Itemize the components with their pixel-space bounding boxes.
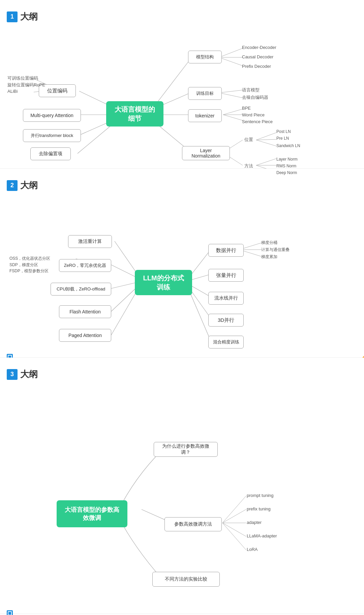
tokenizer-node: tokenizer xyxy=(188,109,222,122)
sentence-piece-node: Sentence Piece xyxy=(242,119,273,124)
post-ln-node: Post LN xyxy=(276,129,291,134)
language-model-node: 语言模型 xyxy=(242,87,260,93)
section-number-3: 3 xyxy=(7,369,18,380)
denoising-node: 去噪自编码器 xyxy=(242,94,268,101)
trainable-pe-node: 可训练位置编码 xyxy=(7,75,38,81)
section-3: 3 大纲 大语言模型的参数高效微调 为什么进行参数高效微调？ 参数 xyxy=(0,358,364,614)
mindmap-1: 大语言模型的细节 位置编码 可训练位置编码 旋转位置编码RoPE ALiBi M… xyxy=(0,25,364,180)
word-piece-node: Word Piece xyxy=(242,112,265,117)
svg-line-48 xyxy=(222,523,246,550)
svg-line-8 xyxy=(219,48,243,57)
section-title-3: 大纲 xyxy=(20,368,38,380)
alibi-node: ALiBi xyxy=(7,89,18,94)
bpe-node: BPE xyxy=(242,106,251,111)
position-ln-node: 位置 xyxy=(244,137,253,143)
pipeline-parallel-node: 流水线并行 xyxy=(208,292,244,305)
prefix-tuning-node: prefix tuning xyxy=(247,506,271,511)
flash-attention-node: Flash Attention xyxy=(59,305,111,318)
method-ln-node: 方法 xyxy=(244,163,253,169)
center-node-3: 大语言模型的参数高效微调 xyxy=(57,500,127,527)
layer-norm-m-node: Layer Norm xyxy=(276,157,298,162)
section-header-1: 1 大纲 xyxy=(0,7,364,25)
methods-node: 参数高效微调方法 xyxy=(164,517,222,531)
zero-node: ZeRO，零冗余优化器 xyxy=(59,259,111,272)
svg-line-20 xyxy=(256,140,276,146)
parallel-transformer-node: 并行transformer block xyxy=(23,129,81,142)
layer-norm-node: Layer Normalization xyxy=(182,146,230,160)
section-number-2: 2 xyxy=(7,180,18,191)
paged-attention-node: Paged Attention xyxy=(59,329,111,342)
prefix-decoder-node: Prefix Decoder xyxy=(242,64,271,69)
rope-node: 旋转位置编码RoPE xyxy=(7,82,45,88)
activation-node: 激活重计算 xyxy=(68,235,112,248)
cpu-offload-node: CPU卸载，ZeRO-offload xyxy=(51,283,111,296)
llama-adapter-node: LLaMA-adapter xyxy=(247,533,277,538)
compare-node: 不同方法的实验比较 xyxy=(152,572,220,587)
encoder-decoder-node: Encoder-Decoder xyxy=(242,45,276,50)
training-goal-node: 训练目标 xyxy=(188,87,222,100)
multi-query-node: Multi-query Attention xyxy=(23,109,81,122)
section-3-icon xyxy=(7,610,13,615)
compute-comm-node: 计算与通信重叠 xyxy=(261,247,290,253)
gradient-bucket-node: 梯度分桶 xyxy=(261,240,277,246)
svg-line-19 xyxy=(256,139,276,140)
mindmap-3: 大语言模型的参数高效微调 为什么进行参数高效微调？ 参数高效微调方法 promp… xyxy=(0,383,364,615)
why-node: 为什么进行参数高效微调？ xyxy=(154,442,218,457)
fsdp-node: FSDP，模型参数分区 xyxy=(9,268,49,274)
section-1: 1 大纲 xyxy=(0,0,364,169)
section-title-1: 大纲 xyxy=(20,11,38,23)
3d-parallel-node: 3D并行 xyxy=(208,314,244,327)
causal-decoder-node: Causal Decoder xyxy=(242,54,273,59)
oss-node: OSS，优化器状态分区 xyxy=(9,256,50,261)
adapter-node: adapter xyxy=(247,520,262,525)
svg-line-11 xyxy=(219,90,243,93)
model-structure-node: 模型结构 xyxy=(188,51,222,63)
gradient-acc-node: 梯度累加 xyxy=(261,254,277,260)
center-node-2: LLM的分布式训练 xyxy=(135,270,192,295)
svg-line-21 xyxy=(256,159,276,165)
section-header-2: 2 大纲 xyxy=(0,175,364,194)
data-parallel-node: 数据并行 xyxy=(208,244,244,257)
svg-line-18 xyxy=(256,133,276,140)
sandwich-ln-node: Sandwich LN xyxy=(276,143,300,148)
svg-line-13 xyxy=(223,109,243,115)
svg-line-45 xyxy=(222,509,246,523)
section-2: 2 大纲 LLM的分布式训练 xyxy=(0,169,364,358)
pre-ln-node: Pre LN xyxy=(276,136,289,141)
center-node-1: 大语言模型的细节 xyxy=(106,101,163,127)
deep-norm-node: Deep Norm xyxy=(276,170,297,175)
rms-norm-node: RMS Norm xyxy=(276,164,296,168)
lora-node: LoRA xyxy=(247,547,258,552)
svg-line-15 xyxy=(223,115,243,120)
mixed-precision-node: 混合精度训练 xyxy=(208,336,244,348)
svg-line-10 xyxy=(219,57,243,66)
remove-bias-node: 去除偏置项 xyxy=(30,147,71,160)
svg-line-12 xyxy=(219,93,243,98)
svg-line-47 xyxy=(222,523,246,536)
prompt-tuning-node: prompt tuning xyxy=(247,493,274,498)
section-title-2: 大纲 xyxy=(20,179,38,191)
mindmap-2: LLM的分布式训练 激活重计算 ZeRO，零冗余优化器 OSS，优化器状态分区 … xyxy=(0,194,364,363)
section-number-1: 1 xyxy=(7,11,18,22)
section-header-3: 3 大纲 xyxy=(0,364,364,383)
tensor-parallel-node: 张量并行 xyxy=(208,269,244,282)
svg-line-44 xyxy=(222,496,246,523)
sdp-node: SDP，梯度分区 xyxy=(9,262,38,268)
